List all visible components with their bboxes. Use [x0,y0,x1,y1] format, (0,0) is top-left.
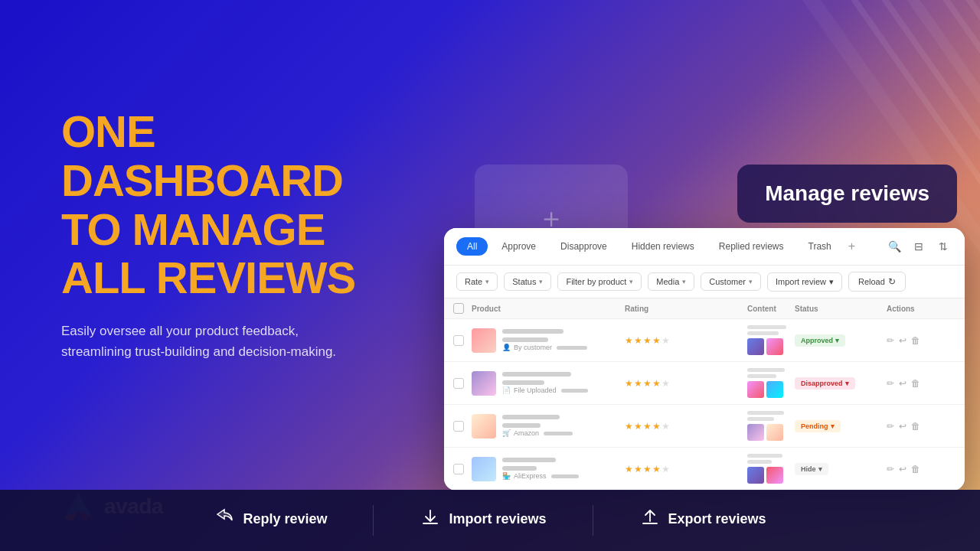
edit-icon[interactable]: ✏ [887,421,894,432]
delete-icon[interactable]: 🗑 [911,421,920,432]
tabs-actions: 🔍 ⊟ ⇅ [885,237,952,256]
import-review-button[interactable]: Import review ▾ [767,272,842,292]
actions-cell: ✏ ↩ 🗑 [887,464,956,474]
tabs-bar: All Approve Disapprove Hidden reviews Re… [444,228,965,266]
search-icon[interactable]: 🔍 [885,237,903,256]
filter-icon[interactable]: ⊟ [910,237,928,256]
product-name-bar [502,329,564,334]
reply-icon[interactable]: ↩ [899,335,906,346]
row-checkbox[interactable] [453,421,464,432]
tab-add-icon[interactable]: + [848,240,855,253]
content-cell [747,325,795,355]
row-checkbox[interactable] [453,335,464,346]
content-bar [747,417,774,421]
hero-title: ONE DASHBOARD TO MANAGE ALL REVIEWS [61,107,444,302]
filter-status[interactable]: Status ▾ [504,272,551,291]
content-bar [747,454,782,458]
product-info: 📄 File Uploaded [502,372,588,394]
product-name-bar2 [502,380,544,385]
status-badge[interactable]: Approved ▾ [795,334,845,347]
reply-review-action[interactable]: Reply review [168,507,373,535]
export-reviews-action[interactable]: Export reviews [593,507,812,535]
filters-bar: Rate ▾ Status ▾ Filter by product ▾ Medi… [444,266,965,298]
product-source: 🏪 AliExpress [502,472,579,480]
rating-stars: ★ ★ ★ ★ ★ [625,378,747,389]
row-checkbox[interactable] [453,378,464,389]
reply-icon[interactable]: ↩ [899,464,906,474]
reply-icon[interactable]: ↩ [899,378,906,389]
tab-trash[interactable]: Trash [798,237,842,256]
product-info: 🏪 AliExpress [502,458,579,480]
col-content: Content [747,305,795,313]
actions-cell: ✏ ↩ 🗑 [887,378,956,389]
content-images [747,338,789,355]
edit-icon[interactable]: ✏ [887,335,894,346]
content-image [766,381,783,398]
tab-all[interactable]: All [456,237,488,256]
tab-replied-reviews[interactable]: Replied reviews [708,237,795,256]
status-cell: Approved ▾ [795,334,887,347]
filter-rate[interactable]: Rate ▾ [456,272,498,291]
tab-disapprove[interactable]: Disapprove [550,237,618,256]
col-rating: Rating [625,305,747,313]
product-name-bar [502,415,560,419]
product-name-bar [502,372,571,377]
table-row: 🏪 AliExpress ★ ★ ★ ★ ★ [444,448,965,491]
import-reviews-action[interactable]: Import reviews [374,507,592,535]
product-source: 🛒 Amazon [502,429,573,437]
edit-icon[interactable]: ✏ [887,378,894,389]
product-cell: 🏪 AliExpress [472,457,625,481]
reload-button[interactable]: Reload ↻ [848,272,906,292]
sort-icon[interactable]: ⇅ [934,237,952,256]
actions-cell: ✏ ↩ 🗑 [887,421,956,432]
col-actions: Actions [887,305,956,313]
product-source: 👤 By customer [502,344,587,351]
content-image [747,338,764,355]
status-cell: Pending ▾ [795,420,887,432]
content-cell [747,368,795,398]
col-check [453,303,472,314]
status-badge[interactable]: Hide ▾ [795,463,828,475]
status-badge[interactable]: Pending ▾ [795,420,841,432]
delete-icon[interactable]: 🗑 [911,464,920,474]
delete-icon[interactable]: 🗑 [911,378,920,389]
table-row: 🛒 Amazon ★ ★ ★ ★ ★ [444,405,965,448]
status-cell: Disapproved ▾ [795,377,887,390]
product-cell: 👤 By customer [472,328,625,353]
tab-hidden-reviews[interactable]: Hidden reviews [621,237,705,256]
rating-stars: ★ ★ ★ ★ ★ [625,335,747,346]
content-bar [747,368,785,372]
content-bar [747,325,786,329]
content-image [766,338,783,355]
reply-review-icon [214,507,235,533]
table-header: Product Rating Content Status Actions [444,298,965,319]
content-bar [747,411,784,415]
hero-section: ONE DASHBOARD TO MANAGE ALL REVIEWS Easi… [61,107,444,363]
content-images [747,424,789,441]
product-name-bar2 [502,337,548,342]
col-product: Product [472,305,625,313]
content-cell [747,454,795,484]
import-reviews-icon [420,507,441,533]
table-row: 👤 By customer ★ ★ ★ ★ ★ [444,319,965,362]
content-cell [747,411,795,441]
tab-approve[interactable]: Approve [491,237,547,256]
product-source: 📄 File Uploaded [502,386,588,394]
content-bar [747,460,772,464]
delete-icon[interactable]: 🗑 [911,335,920,346]
manage-reviews-card[interactable]: Manage reviews [737,165,957,223]
content-image [747,467,764,484]
bottom-bar: Reply review Import reviews Export revie… [0,490,980,551]
status-badge[interactable]: Disapproved ▾ [795,377,855,390]
filter-product[interactable]: Filter by product ▾ [557,272,642,291]
content-image [747,381,764,398]
content-images [747,467,789,484]
hero-subtitle: Easily oversee all your product feedback… [61,321,368,362]
filter-media[interactable]: Media ▾ [648,272,694,291]
filter-customer[interactable]: Customer ▾ [701,272,761,291]
rating-stars: ★ ★ ★ ★ ★ [625,421,747,432]
reply-icon[interactable]: ↩ [899,421,906,432]
edit-icon[interactable]: ✏ [887,464,894,474]
import-reviews-label: Import reviews [449,511,546,527]
row-checkbox[interactable] [453,464,464,474]
